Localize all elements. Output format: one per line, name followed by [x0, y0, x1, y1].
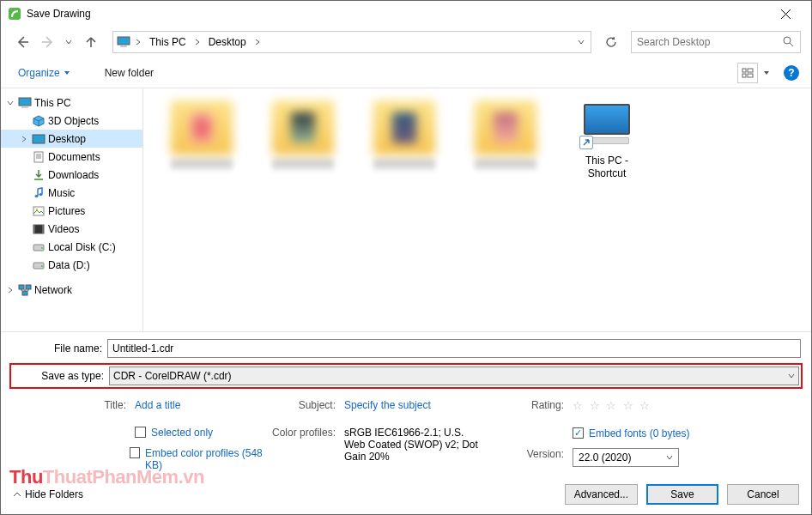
folder-thumb[interactable]: [265, 100, 341, 319]
color-profiles-label: Color profiles:: [269, 427, 339, 439]
svg-rect-14: [33, 207, 44, 215]
svg-rect-2: [120, 45, 127, 47]
svg-rect-8: [19, 98, 31, 106]
tree-item-music[interactable]: Music: [1, 184, 142, 202]
tree-label: Videos: [48, 223, 79, 235]
filename-input[interactable]: [107, 339, 801, 358]
new-folder-label: New folder: [105, 67, 154, 79]
embed-fonts-label[interactable]: Embed fonts (0 bytes): [589, 427, 689, 439]
app-icon: [8, 7, 21, 21]
tree-item-downloads[interactable]: Downloads: [1, 166, 142, 184]
svg-rect-5: [742, 74, 746, 77]
new-folder-button[interactable]: New folder: [100, 64, 159, 82]
folder-thumb[interactable]: [367, 100, 442, 319]
version-select[interactable]: 22.0 (2020): [573, 448, 679, 467]
forward-button[interactable]: [37, 31, 59, 53]
shortcut-this-pc[interactable]: This PC - Shortcut: [569, 100, 645, 319]
organize-menu[interactable]: Organize: [13, 64, 76, 82]
tree-item-local-disk-c-[interactable]: Local Disk (C:): [1, 238, 142, 256]
svg-rect-24: [26, 285, 31, 289]
breadcrumb-desktop[interactable]: Desktop: [203, 32, 251, 52]
svg-rect-0: [9, 8, 21, 20]
selected-only-label[interactable]: Selected only: [151, 427, 213, 439]
advanced-button[interactable]: Advanced...: [565, 484, 638, 505]
tree-item-data-d-[interactable]: Data (D:): [1, 256, 142, 274]
savetype-value: CDR - CorelDRAW (*.cdr): [113, 370, 232, 382]
folder-thumb[interactable]: [468, 100, 543, 319]
metadata-area: Title: Add a title Selected only Embed c…: [11, 394, 801, 471]
checkbox-selected-only[interactable]: [135, 427, 146, 438]
savetype-highlight: Save as type: CDR - CorelDRAW (*.cdr): [9, 363, 803, 389]
close-button[interactable]: [767, 1, 804, 27]
hide-folders-label: Hide Folders: [25, 488, 83, 500]
tree-label: Data (D:): [48, 259, 90, 271]
pc-icon: [115, 33, 132, 51]
search-input[interactable]: [637, 36, 783, 48]
tree-item-documents[interactable]: Documents: [1, 148, 142, 166]
meta-title-label: Title:: [80, 399, 130, 411]
cancel-button[interactable]: Cancel: [727, 484, 799, 505]
chevron-down-icon: [666, 455, 673, 460]
svg-point-12: [35, 195, 39, 197]
monitor-icon: [584, 104, 630, 135]
main-area: This PC3D ObjectsDesktopDocumentsDownloa…: [1, 88, 811, 331]
tree-item-this-pc[interactable]: This PC: [1, 94, 142, 112]
save-button[interactable]: Save: [646, 484, 718, 505]
meta-subject-input[interactable]: Specify the subject: [344, 399, 431, 411]
nav-row: This PC Desktop: [1, 27, 811, 58]
meta-title-input[interactable]: Add a title: [135, 399, 180, 411]
checkbox-embed-fonts[interactable]: ✓: [573, 427, 584, 439]
folder-thumb[interactable]: [164, 100, 239, 319]
breadcrumb-bar[interactable]: This PC Desktop: [112, 31, 591, 53]
checkbox-embed-profiles[interactable]: [130, 447, 140, 458]
rating-stars[interactable]: ☆ ☆ ☆ ☆ ☆: [573, 399, 651, 412]
nav-tree[interactable]: This PC3D ObjectsDesktopDocumentsDownloa…: [1, 88, 143, 331]
svg-rect-18: [42, 225, 44, 233]
tree-label: Downloads: [48, 169, 99, 181]
svg-rect-7: [748, 74, 753, 77]
rating-label: Rating:: [526, 399, 567, 411]
chevron-right-icon[interactable]: [251, 39, 264, 45]
up-button[interactable]: [80, 31, 102, 53]
svg-rect-11: [34, 152, 43, 162]
disk-icon: [31, 258, 46, 272]
chevron-up-icon: [13, 491, 21, 498]
refresh-button[interactable]: [600, 31, 622, 53]
hide-folders-button[interactable]: Hide Folders: [13, 488, 83, 500]
pc-icon: [17, 96, 33, 110]
disk-icon: [31, 240, 46, 254]
svg-rect-23: [19, 285, 24, 289]
file-list[interactable]: This PC - Shortcut: [143, 88, 811, 331]
search-box[interactable]: [631, 31, 801, 53]
svg-point-20: [41, 247, 43, 249]
chevron-right-icon[interactable]: [132, 39, 144, 45]
chevron-down-icon: [788, 373, 795, 379]
title-bar: Save Drawing: [1, 1, 811, 27]
help-button[interactable]: ?: [784, 65, 799, 81]
svg-rect-25: [22, 291, 27, 295]
history-dropdown[interactable]: [63, 39, 75, 45]
breadcrumb-this-pc[interactable]: This PC: [144, 32, 191, 52]
tree-label: Pictures: [48, 205, 85, 217]
back-button[interactable]: [11, 31, 33, 53]
tree-label: 3D Objects: [48, 115, 99, 127]
svg-point-22: [41, 265, 43, 267]
chevron-right-icon[interactable]: [191, 39, 203, 45]
savetype-label: Save as type:: [13, 370, 109, 382]
tree-label: Local Disk (C:): [48, 241, 116, 253]
window-title: Save Drawing: [27, 8, 767, 20]
version-label: Version:: [526, 448, 567, 460]
tree-label: Desktop: [48, 133, 86, 145]
view-mode-dropdown[interactable]: [760, 63, 773, 83]
tree-item-pictures[interactable]: Pictures: [1, 202, 142, 220]
svg-rect-6: [748, 69, 753, 72]
tree-item-videos[interactable]: Videos: [1, 220, 142, 238]
video-icon: [31, 222, 46, 236]
tree-item-desktop[interactable]: Desktop: [1, 130, 142, 148]
tree-network[interactable]: Network: [1, 281, 142, 299]
bottom-panel: File name: Save as type: CDR - CorelDRAW…: [1, 331, 811, 471]
view-mode-button[interactable]: [737, 63, 758, 83]
tree-item-3d-objects[interactable]: 3D Objects: [1, 112, 142, 130]
breadcrumb-dropdown[interactable]: [573, 32, 589, 52]
savetype-select[interactable]: CDR - CorelDRAW (*.cdr): [109, 367, 799, 385]
